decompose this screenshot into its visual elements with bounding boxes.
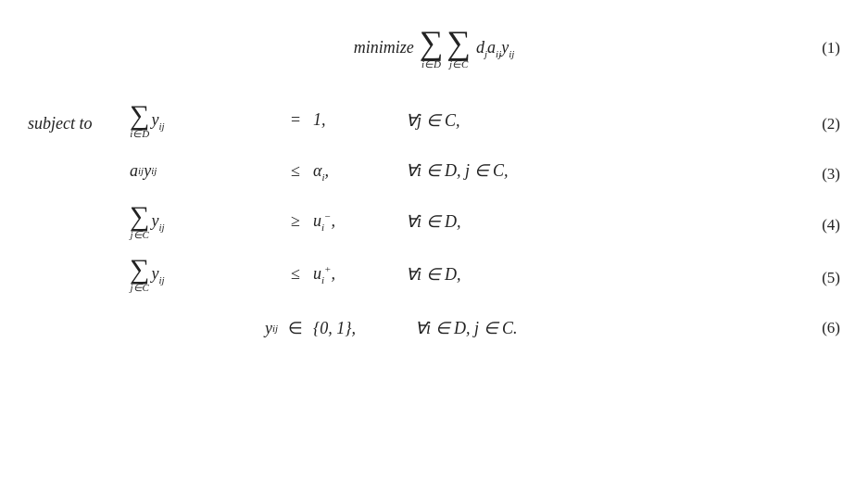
math-block: minimize ∑ i∈D ∑ j∈C djaijyij (1) subjec… xyxy=(28,17,840,352)
constraint-3-rhs: αi, xyxy=(313,161,387,181)
c5-sum: ∑ j∈C xyxy=(130,255,149,293)
eq-number-5: (5) xyxy=(822,269,840,287)
constraint-5-lhs: ∑ j∈C yij xyxy=(130,255,278,293)
constraint-2-forall: ∀j ∈ C, xyxy=(406,110,554,131)
d-subscript: j xyxy=(484,48,487,59)
constraint-5-rhs: ui+, xyxy=(313,264,387,284)
sum1: ∑ i∈D xyxy=(420,26,444,70)
subject-to-label: subject to xyxy=(28,97,130,133)
sum2: ∑ j∈C xyxy=(447,26,471,70)
eq-number-6: (6) xyxy=(822,319,840,337)
c4-sum: ∑ j∈C xyxy=(130,202,149,240)
eq-number-3: (3) xyxy=(822,165,840,184)
constraint-2: ∑ i∈D yij = 1, ∀j ∈ C, (2) xyxy=(130,97,840,150)
c5-var: yij xyxy=(151,264,164,284)
eq-number-1: (1) xyxy=(822,39,840,57)
math-page: minimize ∑ i∈D ∑ j∈C djaijyij (1) subjec… xyxy=(0,0,868,482)
constraint-6: yij ∈ {0, 1}, ∀i ∈ D, j ∈ C. (6) xyxy=(130,304,840,352)
a-subscript: ij xyxy=(496,48,501,59)
constraint-6-rel: ∈ xyxy=(278,318,313,338)
constraint-6-rhs: {0, 1}, xyxy=(313,319,396,338)
minimize-equation: minimize ∑ i∈D ∑ j∈C djaijyij (1) xyxy=(28,17,840,86)
sigma2-symbol: ∑ xyxy=(447,26,471,59)
c2-var: yij xyxy=(151,110,164,130)
sigma2-sub: j∈C xyxy=(449,59,468,70)
constraint-4-forall: ∀i ∈ D, xyxy=(406,211,554,232)
subject-to-block: subject to ∑ i∈D yij = 1, ∀j ∈ C, (2) xyxy=(28,97,840,352)
y-subscript: ij xyxy=(509,48,514,59)
obj-func: djaijyij xyxy=(476,38,514,57)
constraint-5-forall: ∀i ∈ D, xyxy=(406,264,554,285)
constraint-6-lhs: yij xyxy=(130,319,278,338)
constraint-3: aijyij ≤ αi, ∀i ∈ D, j ∈ C, (3) xyxy=(130,150,840,198)
constraint-6-forall: ∀i ∈ D, j ∈ C. xyxy=(415,318,563,338)
c4-var: yij xyxy=(151,211,164,231)
constraint-5: ∑ j∈C yij ≤ ui+, ∀i ∈ D, (5) xyxy=(130,251,840,304)
c2-sum: ∑ i∈D xyxy=(130,101,149,139)
constraint-4-lhs: ∑ j∈C yij xyxy=(130,202,278,240)
constraint-3-forall: ∀i ∈ D, j ∈ C, xyxy=(406,160,554,181)
constraint-2-rhs: 1, xyxy=(313,110,387,130)
sigma1-sub: i∈D xyxy=(421,59,441,70)
constraint-2-rel: = xyxy=(278,110,313,130)
sigma1-symbol: ∑ xyxy=(420,26,444,59)
constraint-4-rhs: ui−, xyxy=(313,211,387,231)
constraint-4: ∑ j∈C yij ≥ ui−, ∀i ∈ D, (4) xyxy=(130,198,840,251)
constraints-list: ∑ i∈D yij = 1, ∀j ∈ C, (2) aijyij ≤ xyxy=(130,97,840,352)
constraint-3-rel: ≤ xyxy=(278,161,313,181)
constraint-4-rel: ≥ xyxy=(278,211,313,231)
constraint-2-lhs: ∑ i∈D yij xyxy=(130,101,278,139)
eq-number-4: (4) xyxy=(822,216,840,235)
constraint-3-lhs: aijyij xyxy=(130,161,278,181)
minimize-label: minimize xyxy=(354,38,414,57)
eq-number-2: (2) xyxy=(822,115,840,133)
constraint-5-rel: ≤ xyxy=(278,264,313,284)
